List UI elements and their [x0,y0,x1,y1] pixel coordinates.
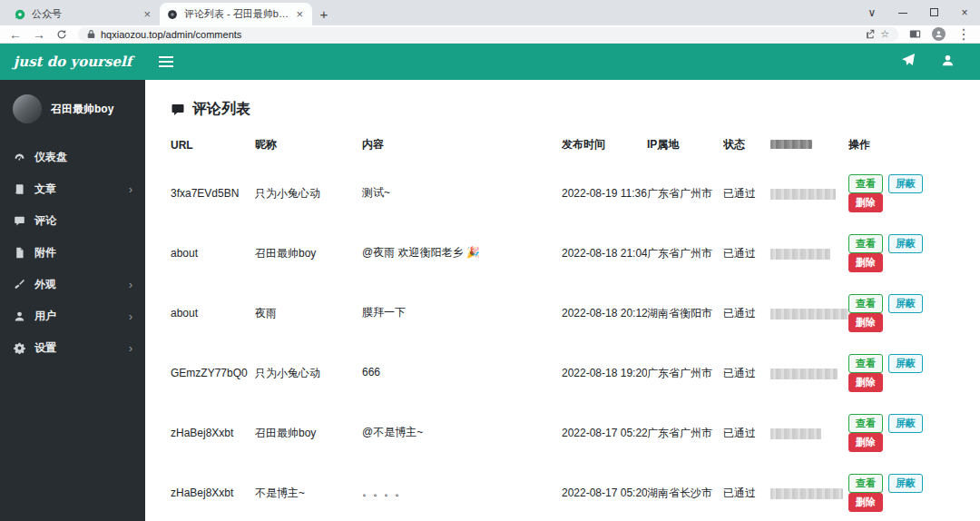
redacted-email-block [770,309,848,319]
sidebar-item-label: 文章 [34,182,56,197]
cell-actions: 查看屏蔽删除 [848,223,958,283]
delete-button[interactable]: 删除 [848,373,883,392]
profile-avatar-icon[interactable] [932,27,946,41]
redacted-email-block [770,249,830,260]
chevron-right-icon: › [129,342,132,355]
block-button[interactable]: 屏蔽 [888,474,923,493]
view-button[interactable]: 查看 [848,354,883,373]
send-icon[interactable] [901,53,916,71]
tab-label: 评论列表 - 召田最帅boy [184,7,289,21]
cell-status: 已通过 [723,343,770,403]
comments-table: URL 昵称 内容 发布时间 IP属地 状态 操作 3fxa7EVd5BN只为小… [171,128,958,521]
comments-table-body: 3fxa7EVd5BN只为小兔心动测试~2022-08-19 11:36广东省广… [171,163,958,521]
cell-status: 已通过 [723,403,770,463]
view-button[interactable]: 查看 [848,234,883,253]
view-button[interactable]: 查看 [848,414,883,433]
cell-url: 3fxa7EVd5BN [171,163,255,223]
block-button[interactable]: 屏蔽 [888,354,923,373]
sidebar-item-label: 仪表盘 [34,150,67,165]
tab-close-icon[interactable]: × [142,7,152,21]
delete-button[interactable]: 删除 [848,253,883,272]
cell-content: @不是博主~ [362,403,562,463]
block-button[interactable]: 屏蔽 [888,294,923,313]
appearance-icon [13,279,25,290]
view-button[interactable]: 查看 [848,174,883,193]
redacted-header-block [770,140,812,149]
header-url: URL [171,128,255,163]
close-button[interactable]: × [949,6,980,19]
topbar-user-icon[interactable] [941,54,955,71]
delete-button[interactable]: 删除 [848,193,883,212]
cell-publish-time: 2022-08-18 19:20 [562,343,647,403]
side-panel-icon[interactable] [909,28,921,40]
cell-nickname: 召田最帅boy [255,403,362,463]
sidebar: 召田最帅boy 仪表盘文章›评论附件外观›用户›设置› [0,80,145,521]
sidebar-item-dashboard[interactable]: 仪表盘 [0,142,145,173]
browser-menu-icon[interactable]: ⋮ [956,25,971,43]
table-row: 3fxa7EVd5BN只为小兔心动测试~2022-08-19 11:36广东省广… [171,163,958,223]
cell-actions: 查看屏蔽删除 [848,463,958,521]
block-button[interactable]: 屏蔽 [888,234,923,253]
lock-icon [87,29,95,39]
browser-tab[interactable]: 评论列表 - 召田最帅boy× [160,3,312,25]
header-content: 内容 [362,128,562,163]
cell-ip-location: 广东省广州市 [647,163,723,223]
hamburger-menu-icon[interactable] [145,44,187,80]
new-tab-button[interactable]: + [312,3,336,25]
sidebar-profile: 召田最帅boy [0,80,145,142]
share-icon[interactable] [865,29,875,39]
sidebar-item-comments[interactable]: 评论 [0,205,145,237]
cell-ip-location: 广东省广州市 [647,403,723,463]
sidebar-item-label: 用户 [34,309,56,324]
header-time: 发布时间 [562,128,647,163]
sidebar-item-label: 附件 [34,245,56,260]
address-bar[interactable]: hqxiaozou.top/admin/comments ☆ [78,27,898,42]
cell-url: zHaBej8Xxbt [171,403,255,463]
wechat-favicon [15,8,26,20]
table-row: zHaBej8Xxbt召田最帅boy@不是博主~2022-08-17 05:22… [171,403,958,463]
tab-search-chevron-icon[interactable]: ∨ [857,6,887,19]
cell-publish-time: 2022-08-19 11:36 [562,163,647,223]
sidebar-item-articles[interactable]: 文章› [0,173,145,205]
reload-button[interactable] [56,29,67,40]
table-row: zHaBej8Xxbt不是博主~。。。。2022-08-17 05:20湖南省长… [171,463,958,521]
delete-button[interactable]: 删除 [848,313,883,332]
minimize-button[interactable] [887,6,918,19]
sidebar-item-appearance[interactable]: 外观› [0,269,145,300]
comment-icon [13,215,25,227]
block-button[interactable]: 屏蔽 [888,414,923,433]
sidebar-item-attachments[interactable]: 附件 [0,237,145,269]
delete-button[interactable]: 删除 [848,433,883,452]
cell-ip-location: 湖南省衡阳市 [647,283,723,343]
app-topbar: just do yourself [0,44,980,80]
cell-content: 测试~ [362,163,562,223]
maximize-button[interactable] [918,6,949,19]
bookmark-star-icon[interactable]: ☆ [880,28,889,40]
cell-url: GEmzZY77bQ0 [171,343,255,403]
cell-actions: 查看屏蔽删除 [848,343,958,403]
forward-button[interactable]: → [33,28,45,41]
cell-publish-time: 2022-08-18 21:04 [562,223,647,283]
user-icon [13,310,25,322]
tab-label: 公众号 [32,7,136,21]
chevron-right-icon: › [129,183,132,196]
sidebar-item-users[interactable]: 用户› [0,300,145,332]
cell-nickname: 召田最帅boy [255,223,362,283]
delete-button[interactable]: 删除 [848,493,883,512]
article-icon [13,183,25,195]
cell-url: about [171,283,255,343]
browser-tab[interactable]: 公众号× [7,3,160,25]
sidebar-item-settings[interactable]: 设置› [0,332,145,364]
cell-nickname: 只为小兔心动 [255,343,362,403]
back-button[interactable]: ← [9,28,22,41]
window-controls: ∨ × [857,0,980,25]
redacted-email-block [770,189,836,200]
view-button[interactable]: 查看 [848,474,883,493]
cell-content: @夜雨 欢迎衡阳老乡 🎉 [362,223,562,283]
block-button[interactable]: 屏蔽 [888,174,923,193]
redacted-email-block [770,369,838,379]
tab-close-icon[interactable]: × [294,7,305,21]
view-button[interactable]: 查看 [848,294,883,313]
cell-content: 。。。。 [362,463,562,521]
user-avatar [13,94,42,123]
